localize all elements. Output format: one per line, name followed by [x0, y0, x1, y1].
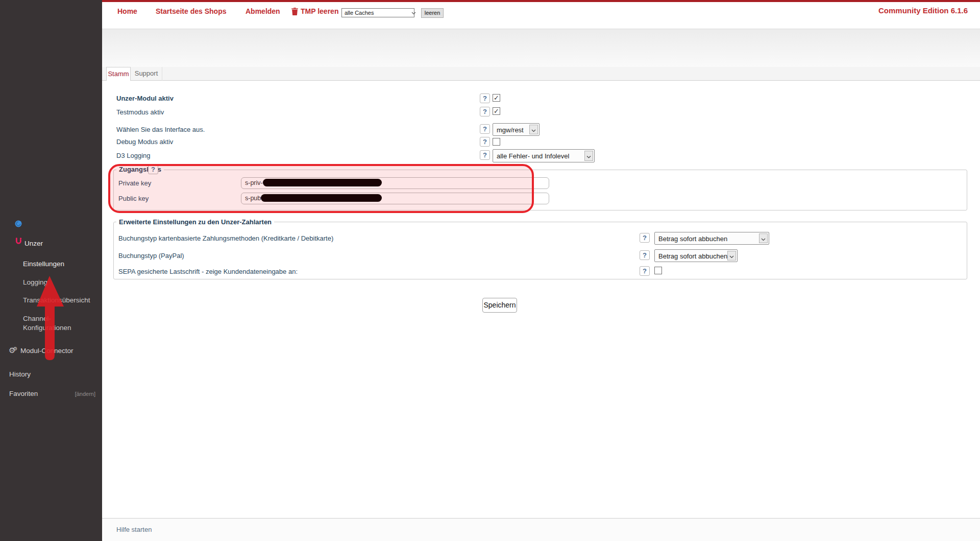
help-button[interactable]: ? — [640, 233, 650, 243]
field-label-buchungstyp-karten: Buchungstyp kartenbasierte Zahlungsmetho… — [118, 234, 333, 242]
help-button[interactable]: ? — [640, 266, 650, 276]
chevron-down-icon — [727, 251, 736, 261]
sidebar-item-unzer[interactable]: Unzer — [24, 240, 43, 247]
help-button[interactable]: ? — [148, 164, 158, 174]
topbar-link-shop-start[interactable]: Startseite des Shops — [156, 7, 227, 15]
help-button[interactable]: ? — [480, 107, 490, 116]
save-button[interactable]: Speichern — [482, 298, 517, 313]
checkbox-debug-modus[interactable] — [493, 138, 500, 146]
help-button[interactable]: ? — [480, 124, 490, 134]
checkbox-testmodus-aktiv[interactable]: ✓ — [493, 107, 500, 115]
field-label-unzer-modul-aktiv: Unzer-Modul aktiv — [116, 95, 174, 102]
help-start-link[interactable]: Hilfe starten — [116, 526, 152, 533]
redaction-bar — [261, 194, 382, 202]
redaction-bar — [263, 179, 382, 186]
help-button[interactable]: ? — [480, 150, 490, 160]
trash-icon — [291, 8, 298, 17]
unzer-icon — [15, 237, 22, 247]
help-button[interactable]: ? — [640, 250, 650, 260]
chevron-down-icon — [759, 233, 768, 243]
public-key-visible-prefix: s-pub — [245, 195, 261, 202]
buchungstyp-karten-select[interactable]: Betrag sofort abbuchen — [654, 232, 769, 245]
sidebar-item-favoriten[interactable]: Favoriten — [9, 390, 38, 397]
content-top-gradient — [102, 29, 980, 67]
oxid-admin-screen: Home Startseite des Shops Abmelden TMP l… — [0, 0, 980, 541]
d3-logging-select-value: alle Fehler- und Infolevel — [497, 152, 569, 160]
footer — [102, 518, 980, 541]
topbar — [102, 2, 980, 29]
sidebar-item-modul-connector[interactable]: Modul-Connector — [20, 347, 74, 355]
d3-logging-select[interactable]: alle Fehler- und Infolevel — [493, 149, 595, 162]
zugangskeys-fieldset — [113, 170, 967, 210]
field-label-sepa-lastschrift: SEPA gesicherte Lastschrift - zeige Kund… — [118, 268, 298, 275]
chevron-down-icon — [529, 125, 538, 134]
field-label-public-key: Public key — [118, 195, 149, 202]
checkbox-sepa-lastschrift[interactable] — [654, 267, 662, 274]
field-label-private-key: Private key — [118, 179, 151, 187]
sidebar-item-history[interactable]: History — [9, 370, 31, 378]
cache-select-value: alle Caches — [345, 10, 374, 16]
buchungstyp-karten-select-value: Betrag sofort abbuchen — [658, 234, 727, 242]
field-label-interface: Wählen Sie das Interface aus. — [116, 126, 205, 133]
sidebar-item-transaktionsuebersicht[interactable]: Transaktionsübersicht — [23, 296, 90, 304]
edition-label: Community Edition 6.1.6 — [878, 6, 968, 15]
topbar-tmp-clear-label[interactable]: TMP leeren — [301, 7, 338, 15]
interface-select[interactable]: mgw/rest — [493, 123, 540, 136]
checkmark-icon: ✓ — [494, 107, 499, 115]
private-key-input[interactable]: s-priv- — [241, 177, 549, 189]
field-label-debug-modus: Debug Modus aktiv — [116, 138, 173, 146]
buchungstyp-paypal-select[interactable]: Betrag sofort abbuchen — [654, 249, 738, 262]
help-button[interactable]: ? — [480, 93, 490, 103]
buchungstyp-paypal-select-value: Betrag sofort abbuchen — [658, 252, 727, 260]
module-icon — [15, 220, 22, 229]
cache-select[interactable]: alle Caches — [341, 8, 414, 17]
favoriten-aendern-link[interactable]: [ändern] — [74, 391, 95, 397]
tab-support[interactable]: Support — [131, 67, 162, 81]
sidebar-item-channel-konfigurationen-line1[interactable]: Channel- — [23, 315, 51, 322]
sidebar-item-channel-konfigurationen-line2[interactable]: Konfigurationen — [23, 324, 71, 332]
cache-clear-button[interactable]: leeren — [421, 8, 444, 18]
checkmark-icon: ✓ — [494, 94, 499, 102]
sidebar-item-einstellungen[interactable]: Einstellungen — [23, 260, 64, 268]
field-label-buchungstyp-paypal: Buchungstyp (PayPal) — [118, 252, 184, 260]
gears-icon: ⚙⚙ — [9, 346, 20, 355]
interface-select-value: mgw/rest — [497, 126, 524, 133]
sidebar-item-logging[interactable]: Logging — [23, 278, 47, 286]
field-label-testmodus-aktiv: Testmodus aktiv — [116, 108, 164, 116]
field-label-d3-logging: D3 Logging — [116, 152, 151, 159]
erweiterte-legend: Erweiterte Einstellungen zu den Unzer-Za… — [116, 218, 274, 226]
topbar-link-logout[interactable]: Abmelden — [246, 7, 280, 15]
tab-bar — [102, 67, 980, 81]
topbar-link-home[interactable]: Home — [117, 7, 137, 15]
checkbox-unzer-modul-aktiv[interactable]: ✓ — [493, 94, 500, 102]
chevron-down-icon — [584, 151, 593, 161]
help-button[interactable]: ? — [480, 137, 490, 147]
private-key-visible-prefix: s-priv- — [245, 179, 263, 186]
tab-stamm[interactable]: Stamm — [106, 67, 131, 81]
sidebar — [0, 0, 102, 541]
public-key-input[interactable]: s-pub — [241, 193, 549, 204]
